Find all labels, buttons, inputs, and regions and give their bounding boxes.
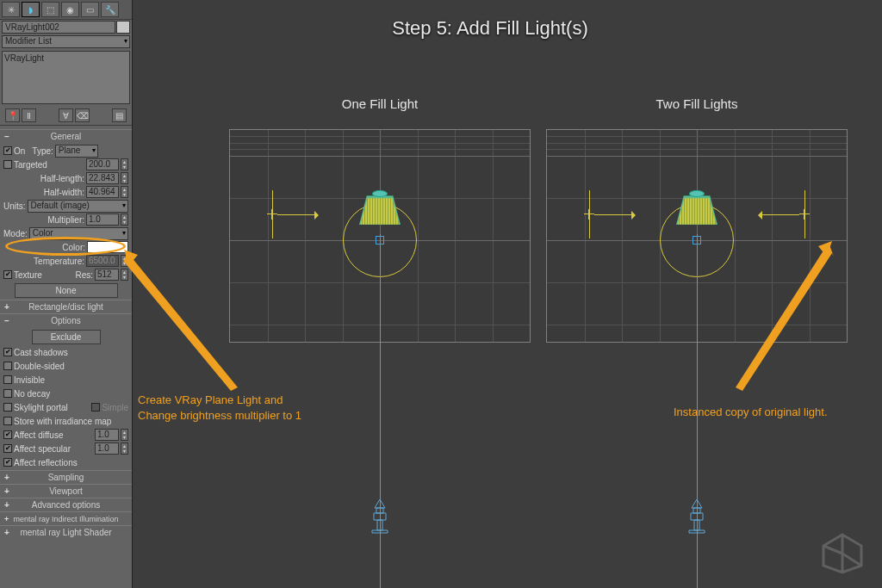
cast-shadows-label: Cast shadows <box>14 348 68 357</box>
rollout-sampling-title: Sampling <box>48 473 84 482</box>
svg-marker-0 <box>122 251 238 391</box>
exclude-button[interactable]: Exclude <box>32 330 101 344</box>
double-sided-label: Double-sided <box>14 362 65 371</box>
tab-utilities-icon[interactable]: 🔧 <box>101 2 119 17</box>
targeted-spinner[interactable] <box>121 158 128 170</box>
invisible-checkbox[interactable] <box>3 375 12 384</box>
invisible-label: Invisible <box>14 375 45 385</box>
annotation-right: Instanced copy of original light. <box>674 405 828 420</box>
rollout-mr-shader-header[interactable]: +mental ray Light Shader <box>0 525 132 539</box>
viewport-one-fill[interactable] <box>229 129 531 343</box>
res-label: Res: <box>75 270 93 280</box>
camera-line <box>380 234 381 588</box>
lamp-object[interactable] <box>676 195 717 225</box>
texture-none-button[interactable]: None <box>15 283 118 298</box>
remove-modifier-icon[interactable]: ⌫ <box>75 108 90 122</box>
viewport1-label: One Fill Light <box>229 96 531 111</box>
object-name-field[interactable]: VRayLight002 <box>2 21 115 34</box>
half-width-value[interactable]: 40.964 <box>86 186 119 198</box>
tab-create-icon[interactable]: ✳ <box>2 2 20 17</box>
make-unique-icon[interactable]: ∀ <box>59 108 73 122</box>
affect-diffuse-checkbox[interactable] <box>3 430 12 439</box>
main-canvas: Step 5: Add Fill Light(s) One Fill Light… <box>133 0 882 588</box>
multiplier-value[interactable]: 1.0 <box>86 214 119 226</box>
lamp-object[interactable] <box>359 195 401 225</box>
affect-diffuse-value[interactable]: 1.0 <box>95 429 119 441</box>
half-length-spinner[interactable] <box>121 172 128 184</box>
rollout-mr-indirect-header[interactable]: +mental ray Indirect Illumination <box>0 511 132 525</box>
rollout-general-header[interactable]: –General <box>0 129 132 143</box>
annotation-arrow-right <box>718 241 839 406</box>
modifier-list-dropdown[interactable]: Modifier List <box>2 35 130 48</box>
on-label: On <box>14 146 25 156</box>
simple-checkbox[interactable] <box>91 403 100 412</box>
texture-checkbox[interactable] <box>3 270 12 279</box>
temperature-label: Temperature: <box>3 257 84 266</box>
object-color-swatch[interactable] <box>116 21 130 34</box>
targeted-label: Targeted <box>14 160 84 170</box>
type-dropdown[interactable]: Plane <box>55 145 98 158</box>
units-label: Units: <box>3 201 26 211</box>
skylight-portal-checkbox[interactable] <box>3 403 12 412</box>
rollout-general-title: General <box>51 132 82 141</box>
show-end-result-icon[interactable]: Ⅱ <box>22 108 36 122</box>
rollout-options-body: Exclude Cast shadows Double-sided Invisi… <box>0 327 132 470</box>
watermark-logo <box>818 531 866 576</box>
mode-dropdown[interactable]: Color <box>29 227 128 240</box>
no-decay-label: No decay <box>14 389 50 399</box>
skylight-portal-label: Skylight portal <box>14 403 90 412</box>
annotation-left: Create VRay Plane Light and Change brigh… <box>138 393 301 423</box>
units-dropdown[interactable]: Default (image) <box>28 200 128 213</box>
on-checkbox[interactable] <box>3 146 12 155</box>
double-sided-checkbox[interactable] <box>3 362 12 370</box>
tab-hierarchy-icon[interactable]: ⬚ <box>41 2 59 17</box>
modifier-stack[interactable]: VRayLight <box>2 51 130 104</box>
multiplier-spinner[interactable] <box>121 214 128 226</box>
res-value[interactable]: 512 <box>95 269 119 281</box>
panel-tabs: ✳ ◗ ⬚ ◉ ▭ 🔧 <box>0 0 132 20</box>
step-title: Step 5: Add Fill Light(s) <box>133 17 848 40</box>
pin-stack-icon[interactable]: 📍 <box>5 108 20 122</box>
configure-sets-icon[interactable]: ▤ <box>112 108 127 122</box>
half-width-label: Half-width: <box>3 188 84 197</box>
affect-reflections-checkbox[interactable] <box>3 458 12 467</box>
stack-item[interactable]: VRayLight <box>4 53 44 63</box>
no-decay-checkbox[interactable] <box>3 389 12 398</box>
multiplier-label: Multiplier: <box>3 215 84 225</box>
store-irradiance-checkbox[interactable] <box>3 417 12 425</box>
camera-icon[interactable] <box>686 499 708 534</box>
rollout-mr-shader-title: mental ray Light Shader <box>20 528 111 537</box>
affect-reflections-label: Affect reflections <box>14 458 78 467</box>
cast-shadows-checkbox[interactable] <box>3 348 12 356</box>
rollout-advanced-header[interactable]: +Advanced options <box>0 498 132 511</box>
temperature-value: 6500.0 <box>86 255 119 267</box>
targeted-value[interactable]: 200.0 <box>86 158 119 170</box>
half-length-label: Half-length: <box>3 174 84 183</box>
rollout-options-header[interactable]: –Options <box>0 313 132 327</box>
tab-display-icon[interactable]: ▭ <box>81 2 99 17</box>
affect-specular-value[interactable]: 1.0 <box>95 443 119 455</box>
svg-marker-2 <box>736 243 834 391</box>
tab-modify-icon[interactable]: ◗ <box>22 2 40 17</box>
affect-diffuse-spinner[interactable] <box>121 429 128 441</box>
affect-specular-spinner[interactable] <box>121 443 128 455</box>
half-length-value[interactable]: 22.843 <box>86 172 119 184</box>
rollout-mr-indirect-title: mental ray Indirect Illumination <box>13 515 118 523</box>
affect-specular-checkbox[interactable] <box>3 444 12 453</box>
rollout-rect-header[interactable]: +Rectangle/disc light <box>0 300 132 313</box>
store-irradiance-label: Store with irradiance map <box>14 417 111 426</box>
rollout-sampling-header[interactable]: +Sampling <box>0 470 132 484</box>
rollout-general-body: On Type: Plane Targeted 200.0 Half-lengt… <box>0 143 132 300</box>
rollout-advanced-title: Advanced options <box>32 500 101 510</box>
targeted-checkbox[interactable] <box>3 160 12 169</box>
mode-label: Mode: <box>3 229 28 238</box>
camera-icon[interactable] <box>369 499 391 534</box>
annotation-arrow-left <box>117 250 255 406</box>
tab-motion-icon[interactable]: ◉ <box>61 2 79 17</box>
half-width-spinner[interactable] <box>121 186 128 198</box>
rollout-viewport-header[interactable]: +Viewport <box>0 484 132 498</box>
affect-diffuse-label: Affect diffuse <box>14 430 93 440</box>
color-label: Color: <box>3 243 85 252</box>
rollout-options-title: Options <box>51 316 80 325</box>
affect-specular-label: Affect specular <box>14 444 93 454</box>
